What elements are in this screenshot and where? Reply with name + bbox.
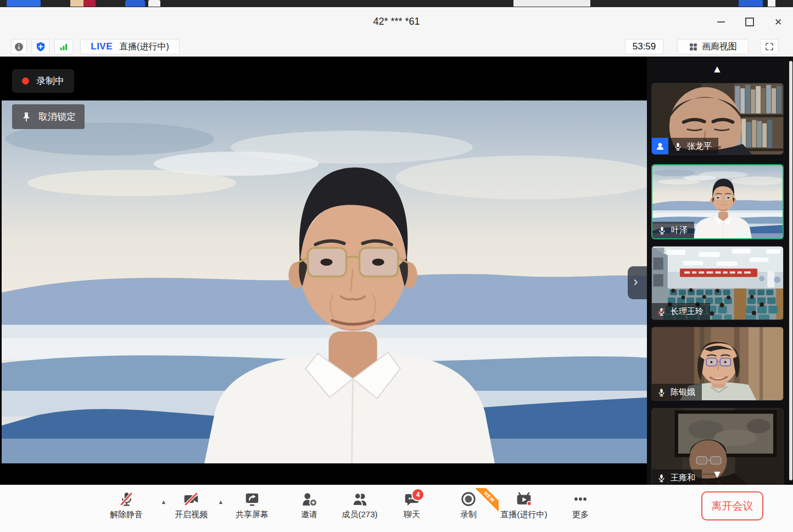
security-button[interactable] bbox=[31, 39, 49, 54]
chevron-right-icon: › bbox=[634, 274, 638, 289]
window-controls: ✕ bbox=[713, 15, 786, 29]
background-window-fragment bbox=[513, 0, 590, 7]
signal-bars-icon bbox=[58, 41, 69, 52]
invite-label: 邀请 bbox=[301, 509, 317, 520]
participant-name-chip: 陈银娥 bbox=[652, 384, 702, 400]
recording-indicator: 录制中 bbox=[12, 69, 74, 93]
maximize-button[interactable] bbox=[741, 15, 758, 29]
sidebar-scrollbar[interactable] bbox=[789, 61, 792, 480]
share-screen-label: 共享屏幕 bbox=[236, 509, 269, 520]
chat-label: 聊天 bbox=[404, 509, 420, 520]
participant-name-chip: 叶泽 bbox=[652, 222, 694, 238]
info-icon bbox=[14, 42, 24, 52]
participant-chip-row: 叶泽 bbox=[652, 222, 694, 238]
unpin-label: 取消锁定 bbox=[38, 110, 76, 123]
participant-tile-chenyine[interactable]: 陈银娥 bbox=[651, 327, 784, 401]
control-bar: 解除静音 ▲ 开启视频 ▲ 共享屏幕 邀请 bbox=[0, 485, 793, 532]
background-window-fragment bbox=[739, 0, 763, 7]
grid-icon bbox=[689, 42, 698, 52]
meeting-timer: 53:59 bbox=[625, 39, 663, 54]
background-window-fragment bbox=[83, 0, 96, 7]
participants-panel: ▲ 张龙平 bbox=[647, 57, 793, 485]
live-stream-button[interactable]: 直播(进行中) bbox=[494, 490, 554, 528]
minimize-icon bbox=[717, 21, 725, 23]
close-button[interactable]: ✕ bbox=[770, 15, 786, 29]
live-badge: LIVE bbox=[91, 41, 113, 52]
background-window-fragment bbox=[70, 0, 83, 7]
chat-unread-badge: 4 bbox=[411, 488, 425, 501]
live-status-label: 直播(进行中) bbox=[119, 41, 169, 53]
live-tv-icon bbox=[516, 490, 532, 508]
participant-tile-changliwangling[interactable]: 长理王玲 bbox=[651, 246, 784, 320]
shield-icon bbox=[35, 41, 46, 52]
participant-name-chip: 王雍和 bbox=[652, 469, 702, 485]
participant-name-chip: 长理王玲 bbox=[652, 303, 710, 320]
fullscreen-button[interactable] bbox=[760, 39, 779, 54]
members-label: 成员(273) bbox=[342, 509, 377, 520]
pinned-video-feed bbox=[2, 100, 647, 463]
participant-tile-zhanglongping[interactable]: 张龙平 bbox=[651, 83, 784, 155]
members-icon bbox=[351, 490, 368, 508]
pin-icon bbox=[21, 111, 32, 122]
scroll-down-button[interactable]: ▼ bbox=[704, 467, 730, 481]
pinned-video bbox=[2, 100, 647, 463]
participant-name: 陈银娥 bbox=[671, 387, 695, 397]
participant-name: 张龙平 bbox=[687, 141, 712, 152]
start-video-button[interactable]: 开启视频 bbox=[166, 490, 216, 528]
title-bar: 42* *** *61 ✕ bbox=[0, 7, 793, 36]
more-label: 更多 bbox=[572, 509, 589, 520]
main-video-stage: 录制中 取消锁定 › bbox=[0, 57, 647, 485]
person-icon bbox=[655, 141, 665, 151]
mic-on-icon bbox=[673, 142, 683, 151]
chat-button[interactable]: 4 聊天 bbox=[387, 490, 437, 528]
unmute-button[interactable]: 解除静音 bbox=[102, 490, 151, 528]
live-status-button[interactable]: LIVE 直播(进行中) bbox=[80, 39, 180, 54]
video-options-caret[interactable]: ▲ bbox=[215, 497, 227, 507]
gallery-view-label: 画廊视图 bbox=[702, 41, 737, 53]
leave-meeting-button[interactable]: 离开会议 bbox=[701, 491, 763, 520]
background-window-fragment bbox=[7, 0, 41, 7]
mic-on-icon bbox=[657, 388, 666, 397]
background-window-fragment bbox=[768, 0, 775, 7]
record-button[interactable]: NEW 录制 bbox=[444, 490, 493, 528]
recording-label: 录制中 bbox=[36, 75, 64, 87]
mic-muted-icon bbox=[657, 307, 666, 316]
start-video-label: 开启视频 bbox=[175, 509, 208, 520]
scroll-up-button[interactable]: ▲ bbox=[704, 62, 730, 76]
participant-chip-row: 张龙平 bbox=[652, 138, 718, 154]
more-button[interactable]: 更多 bbox=[556, 490, 605, 528]
host-badge bbox=[652, 138, 668, 154]
maximize-icon bbox=[745, 18, 754, 26]
participant-name: 长理王玲 bbox=[671, 306, 703, 317]
mic-on-icon bbox=[657, 226, 667, 235]
background-window-fragment bbox=[125, 0, 145, 7]
fullscreen-icon bbox=[764, 42, 774, 52]
meeting-content: 录制中 取消锁定 › ▲ 张 bbox=[0, 57, 793, 485]
gallery-view-button[interactable]: 画廊视图 bbox=[677, 39, 749, 54]
unpin-button[interactable]: 取消锁定 bbox=[12, 104, 85, 129]
unmute-label: 解除静音 bbox=[110, 509, 143, 520]
share-screen-button[interactable]: 共享屏幕 bbox=[227, 490, 277, 528]
participant-name: 王雍和 bbox=[671, 473, 695, 483]
status-bar: LIVE 直播(进行中) 53:59 画廊视图 bbox=[0, 36, 793, 57]
network-signal-button[interactable] bbox=[54, 39, 73, 54]
invite-person-icon bbox=[301, 490, 317, 508]
camera-off-icon bbox=[183, 490, 199, 508]
recording-dot-icon bbox=[22, 77, 29, 85]
mic-muted-red-icon bbox=[118, 490, 135, 508]
participant-name-chip: 张龙平 bbox=[668, 138, 718, 154]
members-button[interactable]: 成员(273) bbox=[335, 490, 384, 528]
minimize-button[interactable] bbox=[713, 15, 729, 29]
background-window-strip bbox=[0, 0, 793, 7]
participant-chip-row: 长理王玲 bbox=[652, 303, 710, 320]
meeting-window: 42* *** *61 ✕ LIVE 直播(进行中) 53:59 bbox=[0, 7, 793, 532]
meeting-info-button[interactable] bbox=[11, 39, 27, 54]
live-stream-label: 直播(进行中) bbox=[501, 509, 548, 520]
meeting-title: 42* *** *61 bbox=[0, 7, 793, 36]
participant-name: 叶泽 bbox=[671, 225, 688, 236]
more-dots-icon bbox=[572, 490, 589, 508]
invite-button[interactable]: 邀请 bbox=[284, 490, 334, 528]
participant-tile-yeze[interactable]: 叶泽 bbox=[651, 164, 784, 239]
collapse-sidebar-button[interactable]: › bbox=[628, 266, 647, 299]
record-circle-icon bbox=[460, 490, 477, 508]
